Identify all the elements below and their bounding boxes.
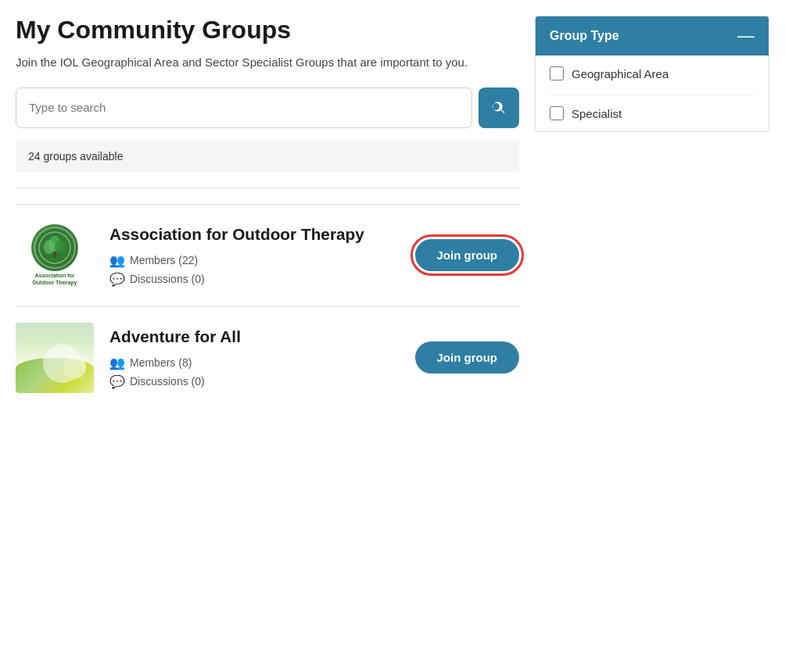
search-input[interactable] [16,88,472,128]
divider [16,188,519,188]
svg-point-2 [48,236,61,252]
meta-discussions-aot: 💬 Discussions (0) [109,272,400,287]
minus-icon[interactable]: — [737,27,755,45]
filter-option-geo[interactable]: Geographical Area [550,66,755,80]
adventure-landscape [16,323,94,393]
group-item-adventure: Adventure for All 👥 Members (8) 💬 Discus… [16,306,519,409]
members-count-adventure: Members (8) [130,356,192,369]
svg-point-4 [55,240,66,254]
groups-available-bar: 24 groups available [16,141,519,172]
group-logo-aot: Association forOutdoor Therapy [16,220,94,291]
filter-checkbox-specialist[interactable] [550,106,564,120]
join-button-aot[interactable]: Join group [415,239,520,271]
meta-members-adventure: 👥 Members (8) [109,356,400,370]
filter-option-specialist[interactable]: Specialist [550,106,755,120]
discussions-count-adventure: Discussions (0) [130,375,205,388]
group-meta-adventure: 👥 Members (8) 💬 Discussions (0) [109,356,400,389]
group-item-aot: Association forOutdoor Therapy Associati… [16,204,519,306]
filter-label-specialist: Specialist [572,107,622,120]
join-button-adventure[interactable]: Join group [415,341,520,374]
search-icon [491,100,507,116]
discussions-icon: 💬 [109,272,125,287]
sidebar: Group Type — Geographical Area Specialis… [535,16,769,409]
search-row [16,88,519,128]
meta-discussions-adventure: 💬 Discussions (0) [109,374,400,389]
page-title: My Community Groups [16,16,519,45]
filter-title: Group Type [550,29,619,43]
group-info-aot: Association for Outdoor Therapy 👥 Member… [109,223,400,286]
svg-point-1 [39,232,70,263]
group-name-adventure: Adventure for All [109,326,400,347]
aot-circle-svg [35,228,74,267]
aot-circle [31,224,78,271]
main-content: My Community Groups Join the IOL Geograp… [16,16,519,409]
aot-logo-wrap: Association forOutdoor Therapy [31,224,78,286]
page-subtitle: Join the IOL Geographical Area and Secto… [16,54,519,72]
members-icon: 👥 [109,253,125,268]
members-count-aot: Members (22) [130,254,198,266]
group-logo-adventure [16,323,94,393]
meta-members-aot: 👥 Members (22) [109,253,400,268]
filter-label-geo: Geographical Area [572,67,669,80]
filter-divider [550,95,755,95]
svg-point-0 [36,229,73,266]
aot-logo-text: Association forOutdoor Therapy [33,273,77,286]
group-info-adventure: Adventure for All 👥 Members (8) 💬 Discus… [109,326,400,388]
search-button[interactable] [479,88,519,128]
filter-body: Geographical Area Specialist [536,55,769,131]
filter-header: Group Type — [536,16,769,55]
svg-point-3 [44,240,55,254]
discussions-count-aot: Discussions (0) [130,273,205,285]
discussions-icon-2: 💬 [109,374,125,389]
group-name-aot: Association for Outdoor Therapy [109,223,400,245]
svg-rect-5 [53,252,56,258]
members-icon-2: 👥 [109,356,125,370]
filter-section-group-type: Group Type — Geographical Area Specialis… [535,16,769,132]
group-meta-aot: 👥 Members (22) 💬 Discussions (0) [109,253,400,287]
filter-checkbox-geo[interactable] [550,66,564,80]
